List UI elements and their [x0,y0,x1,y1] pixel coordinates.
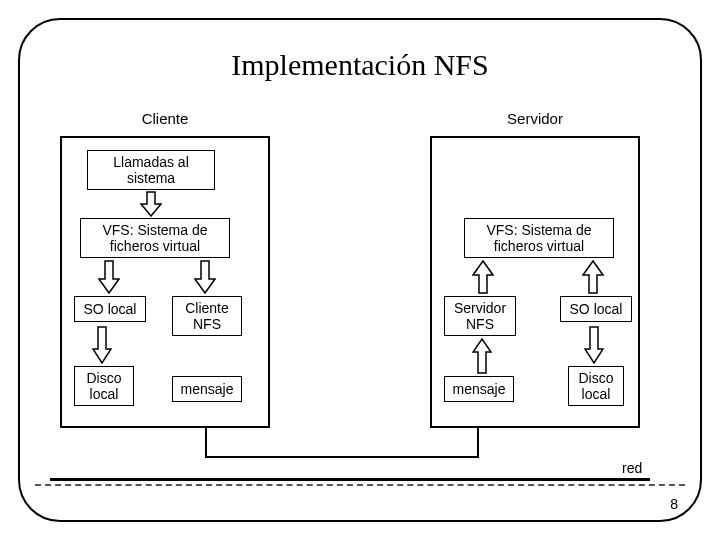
arrow-down-icon [584,326,604,364]
server-column-label: Servidor [430,110,640,127]
client-disk-box: Disco local [74,366,134,406]
svg-marker-3 [93,327,111,363]
arrow-down-icon [98,260,120,294]
server-so-local-box: SO local [560,296,632,322]
client-so-local-box: SO local [74,296,146,322]
svg-marker-6 [473,339,491,373]
arrow-up-icon [472,260,494,294]
svg-marker-4 [473,261,493,293]
client-container: Llamadas al sistema VFS: Sistema de fich… [60,136,270,428]
server-message-box: mensaje [444,376,514,402]
slide-title: Implementación NFS [0,48,720,82]
svg-marker-5 [583,261,603,293]
client-vfs-box: VFS: Sistema de ficheros virtual [80,218,230,258]
server-vfs-box: VFS: Sistema de ficheros virtual [464,218,614,258]
client-column-label: Cliente [60,110,270,127]
svg-marker-7 [585,327,603,363]
server-nfs-box: Servidor NFS [444,296,516,336]
page-number: 8 [670,496,678,512]
client-syscalls-box: Llamadas al sistema [87,150,215,190]
arrow-up-icon [472,338,492,374]
svg-marker-1 [99,261,119,293]
arrow-down-icon [194,260,216,294]
server-disk-box: Disco local [568,366,624,406]
arrow-down-icon [92,326,112,364]
network-label: red [622,460,642,476]
diagram-area: Cliente Servidor Llamadas al sistema VFS… [60,110,660,470]
footer-divider [35,484,685,486]
client-message-box: mensaje [172,376,242,402]
network-line [205,456,479,458]
network-line [205,428,207,458]
network-bus-line [50,478,650,481]
svg-marker-0 [141,192,161,216]
server-container: VFS: Sistema de ficheros virtual Servido… [430,136,640,428]
arrow-down-icon [140,191,162,217]
client-nfs-box: Cliente NFS [172,296,242,336]
svg-marker-2 [195,261,215,293]
arrow-up-icon [582,260,604,294]
network-line [477,428,479,458]
